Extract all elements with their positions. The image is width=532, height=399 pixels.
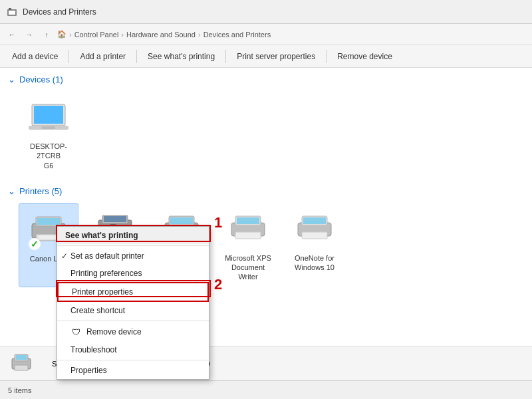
svg-rect-11 xyxy=(39,235,59,239)
svg-rect-4 xyxy=(34,106,63,124)
svg-rect-25 xyxy=(237,217,259,224)
ctx-see-printing[interactable]: See what's printing xyxy=(57,227,209,244)
laptop-label: DESKTOP-2TCRBG6 xyxy=(24,142,73,170)
breadcrumb-control-panel[interactable]: Control Panel xyxy=(74,31,119,39)
ctx-printing-prefs[interactable]: Printing preferences xyxy=(57,265,209,282)
ctx-troubleshoot[interactable]: Troubleshoot xyxy=(57,341,209,358)
ctx-troubleshoot-label: Troubleshoot xyxy=(70,345,117,354)
ctx-create-shortcut-label: Create shortcut xyxy=(70,306,125,315)
bottom-printer-icon xyxy=(11,353,32,374)
back-button[interactable]: ← xyxy=(5,28,19,41)
svg-rect-15 xyxy=(104,216,126,222)
devices-grid: DESKTOP-2TCRBG6 xyxy=(8,91,524,176)
ctx-sep-2 xyxy=(57,321,209,321)
devices-section-header[interactable]: ⌄ Devices (1) xyxy=(8,74,524,84)
bottom-panel-left xyxy=(11,353,32,374)
toolbar-separator-2 xyxy=(136,50,137,63)
add-device-button[interactable]: Add a device xyxy=(5,50,65,63)
toolbar: Add a device Add a printer See what's pr… xyxy=(0,45,532,68)
title-bar: Devices and Printers xyxy=(0,0,532,24)
title-bar-text: Devices and Printers xyxy=(23,7,96,17)
ctx-remove-device-label: Remove device xyxy=(86,327,142,336)
printers-section-header[interactable]: ⌄ Printers (5) xyxy=(8,186,524,196)
svg-rect-2 xyxy=(9,8,11,10)
ctx-set-default[interactable]: ✓ Set as default printer xyxy=(57,247,209,265)
svg-rect-6 xyxy=(42,126,55,129)
toolbar-separator-3 xyxy=(225,50,226,63)
svg-rect-34 xyxy=(15,365,28,370)
devices-label: Devices (1) xyxy=(19,74,63,84)
status-bar-text: 5 items xyxy=(8,386,31,394)
ctx-properties-label: Properties xyxy=(70,366,107,375)
ctx-remove-device[interactable]: 🛡 Remove device xyxy=(57,323,209,341)
svg-rect-33 xyxy=(16,355,27,360)
breadcrumb-hardware-sound[interactable]: Hardware and Sound xyxy=(126,31,196,39)
ctx-sep-3 xyxy=(57,360,209,360)
device-item-laptop[interactable]: DESKTOP-2TCRBG6 xyxy=(19,91,78,176)
forward-button[interactable]: → xyxy=(23,28,36,41)
svg-rect-29 xyxy=(303,217,326,224)
toolbar-separator-1 xyxy=(68,50,69,63)
print-server-button[interactable]: Print server properties xyxy=(230,50,322,63)
context-menu: See what's printing ✓ Set as default pri… xyxy=(57,226,209,380)
printers-chevron-icon: ⌄ xyxy=(8,186,15,196)
laptop-icon xyxy=(27,96,70,139)
up-button[interactable]: ↑ xyxy=(40,28,53,41)
ctx-printer-properties[interactable]: Printer properties xyxy=(57,282,209,302)
remove-device-button[interactable]: Remove device xyxy=(331,50,399,63)
breadcrumb-home-icon: 🏠 xyxy=(57,30,66,39)
ctx-printer-properties-label: Printer properties xyxy=(72,287,133,297)
svg-rect-26 xyxy=(235,232,261,239)
default-badge: ✓ xyxy=(29,238,41,250)
ctx-sep-1 xyxy=(57,245,209,246)
ctx-see-printing-label: See what's printing xyxy=(65,231,138,240)
svg-rect-9 xyxy=(37,218,60,225)
ctx-check-icon: ✓ xyxy=(61,251,68,261)
svg-rect-30 xyxy=(302,232,327,239)
status-bar: 5 items xyxy=(0,380,532,399)
ctx-create-shortcut[interactable]: Create shortcut xyxy=(57,302,209,319)
xps-printer-icon xyxy=(227,208,269,251)
printer-xps[interactable]: Microsoft XPSDocument Writer xyxy=(218,203,278,287)
onenote-label: OneNote forWindows 10 xyxy=(295,253,334,273)
onenote-printer-icon xyxy=(293,208,336,251)
printer-onenote[interactable]: OneNote forWindows 10 xyxy=(285,203,344,287)
address-bar: ← → ↑ 🏠 › Control Panel › Hardware and S… xyxy=(0,24,532,45)
printers-label: Printers (5) xyxy=(19,186,62,196)
window-icon xyxy=(7,7,17,17)
svg-rect-1 xyxy=(9,11,15,15)
remove-device-icon: 🛡 xyxy=(70,327,81,337)
ctx-set-default-label: Set as default printer xyxy=(70,251,144,261)
svg-rect-20 xyxy=(170,217,193,224)
ctx-properties[interactable]: Properties xyxy=(57,362,209,379)
toolbar-separator-4 xyxy=(326,50,327,63)
breadcrumb-devices-printers[interactable]: Devices and Printers xyxy=(203,31,271,39)
add-printer-button[interactable]: Add a printer xyxy=(73,50,132,63)
see-printing-button[interactable]: See what's printing xyxy=(141,50,221,63)
xps-label: Microsoft XPSDocument Writer xyxy=(223,253,273,282)
devices-chevron-icon: ⌄ xyxy=(8,74,15,84)
ctx-printing-prefs-label: Printing preferences xyxy=(70,269,142,278)
breadcrumb: 🏠 › Control Panel › Hardware and Sound ›… xyxy=(57,30,271,39)
